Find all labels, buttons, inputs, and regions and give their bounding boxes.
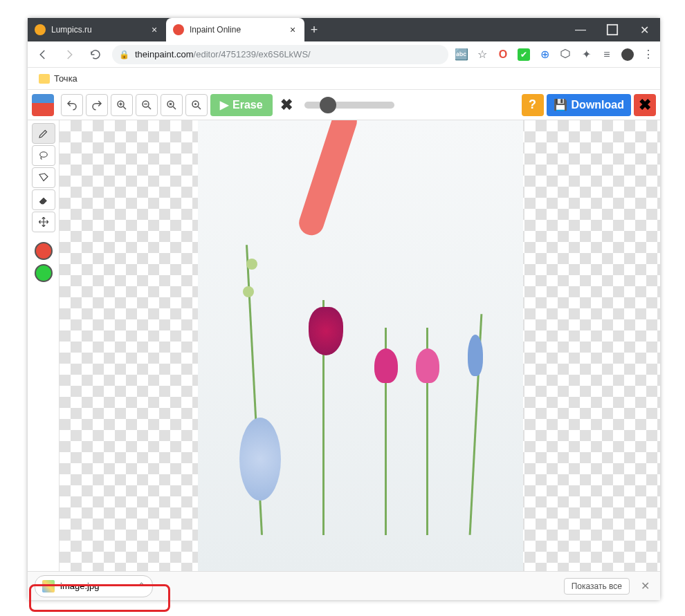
avatar-icon[interactable] [621,48,634,61]
color-green[interactable] [35,264,53,282]
undo-button[interactable] [61,94,83,116]
window-controls: — ✕ [565,18,660,41]
edited-image[interactable] [198,120,523,571]
star-icon[interactable]: ☆ [476,48,488,61]
svg-rect-0 [608,25,617,35]
url-text: theinpaint.com/editor/4751239/ex6S6LkWS/ [135,49,311,59]
help-button[interactable]: ? [522,94,544,116]
brush-size-slider[interactable] [304,102,394,109]
app-toolbar: ▶ Erase ✖ ? 💾 Download ✖ [28,90,660,120]
puzzle-icon[interactable]: ✦ [580,48,592,61]
forward-button[interactable] [60,45,79,64]
translate-icon[interactable]: 🔤 [455,48,468,61]
canvas-area [28,120,660,571]
download-button[interactable]: 💾 Download [547,94,631,116]
marker-tool[interactable] [32,123,55,144]
zoom-fit-button[interactable] [161,94,183,116]
close-window-button[interactable]: ✕ [628,18,660,41]
back-button[interactable] [33,45,53,64]
menu-icon[interactable]: ⋮ [642,48,655,61]
polygon-tool[interactable] [32,167,55,188]
tab-lumpics[interactable]: Lumpics.ru × [28,18,166,41]
list-icon[interactable]: ≡ [601,48,613,61]
maximize-button[interactable] [596,18,628,41]
zoom-actual-button[interactable] [185,94,208,116]
app-logo-icon [32,94,54,116]
cube-icon[interactable] [559,48,572,61]
reload-button[interactable] [86,45,105,64]
workspace[interactable] [60,120,660,571]
download-label: Download [572,99,624,111]
zoom-out-button[interactable] [136,94,158,116]
minimize-button[interactable]: — [565,18,596,41]
close-download-bar[interactable]: ✕ [637,579,653,592]
address-bar[interactable]: 🔒 theinpaint.com/editor/4751239/ex6S6LkW… [112,45,448,64]
tab-title: Inpaint Online [190,25,282,35]
mask-stroke [296,120,360,239]
globe-icon[interactable]: ⊕ [538,48,551,61]
check-icon[interactable]: ✔ [518,48,530,61]
erase-label: Erase [232,99,263,111]
close-icon[interactable]: × [288,25,298,35]
lock-icon: 🔒 [119,50,129,59]
tab-title: Lumpics.ru [51,25,144,35]
opera-icon[interactable]: O [497,48,509,61]
svg-point-6 [39,152,47,158]
tab-inpaint[interactable]: Inpaint Online × [166,18,304,41]
folder-icon [39,74,50,84]
favicon-icon [35,24,46,35]
download-bar: image.jpg ⌃ Показать все ✕ [28,571,660,600]
nav-bar: 🔒 theinpaint.com/editor/4751239/ex6S6LkW… [28,41,660,68]
bookmark-item[interactable]: Точка [35,71,82,86]
erase-button[interactable]: ▶ Erase [210,94,273,116]
bookmarks-bar: Точка [28,68,660,90]
color-red[interactable] [35,242,53,260]
close-icon[interactable]: × [149,25,159,35]
chevron-up-icon[interactable]: ⌃ [138,581,145,591]
file-icon [42,580,55,592]
new-tab-button[interactable]: + [304,18,324,41]
play-icon: ▶ [220,98,228,111]
move-tool[interactable] [32,212,55,232]
redo-button[interactable] [86,94,108,116]
tool-sidebar [28,120,60,571]
tab-strip: Lumpics.ru × Inpaint Online × + [28,18,565,41]
download-item[interactable]: image.jpg ⌃ [35,575,153,597]
svg-point-5 [194,103,197,105]
eraser-tool[interactable] [32,189,55,210]
extension-area: 🔤 ☆ O ✔ ⊕ ✦ ≡ ⋮ [455,48,655,61]
favicon-icon [173,24,184,35]
browser-window: Lumpics.ru × Inpaint Online × + — ✕ 🔒 th… [28,18,660,600]
save-icon: 💾 [554,98,567,111]
cancel-button[interactable]: ✖ [275,94,298,116]
bookmark-label: Точка [54,73,77,84]
titlebar: Lumpics.ru × Inpaint Online × + — ✕ [28,18,660,41]
download-filename: image.jpg [60,581,99,591]
lasso-tool[interactable] [32,145,55,166]
show-all-downloads[interactable]: Показать все [564,578,630,595]
zoom-in-button[interactable] [111,94,133,116]
close-app-button[interactable]: ✖ [634,94,656,116]
